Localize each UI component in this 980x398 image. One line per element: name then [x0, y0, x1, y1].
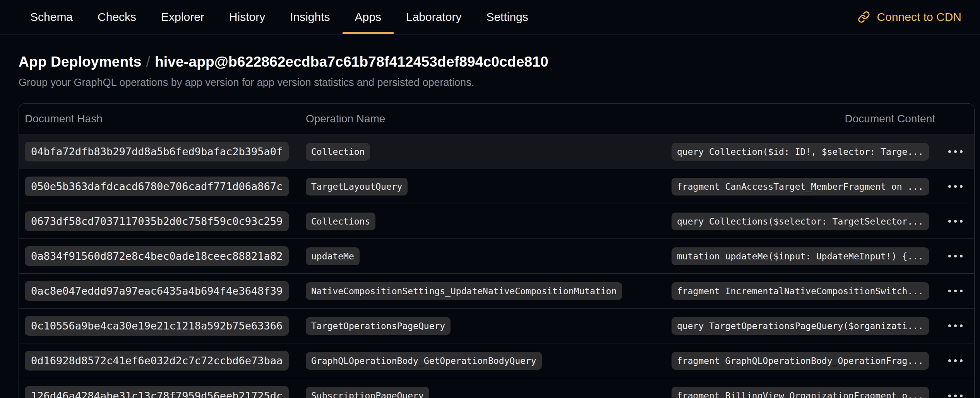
table-row[interactable]: 050e5b363dafdcacd6780e706cadf771d06a867c…	[19, 169, 974, 204]
tab-apps[interactable]: Apps	[343, 0, 394, 34]
table-header: Document Hash Operation Name Document Co…	[19, 104, 974, 134]
document-content-chip: query TargetOperationsPageQuery($organiz…	[672, 317, 929, 335]
document-hash-chip: 126d46a4284abe31c13c78f7959d56eeb21725dc	[25, 386, 289, 398]
link-icon	[858, 11, 870, 23]
table-row[interactable]: 0ac8e047eddd97a97eac6435a4b694f4e3648f39…	[19, 274, 974, 309]
document-hash-chip: 0673df58cd7037117035b2d0c758f59c0c93c259	[25, 211, 289, 231]
row-menu-button[interactable]	[944, 180, 966, 193]
ellipsis-icon	[948, 395, 963, 397]
row-menu-button[interactable]	[944, 284, 966, 298]
table-row[interactable]: 0673df58cd7037117035b2d0c758f59c0c93c259…	[19, 204, 974, 239]
column-header-operation-name: Operation Name	[300, 113, 666, 125]
breadcrumb-separator: /	[146, 54, 150, 70]
top-nav: Schema Checks Explorer History Insights …	[0, 0, 980, 34]
operation-name-chip: GraphQLOperationBody_GetOperationBodyQue…	[306, 352, 542, 370]
document-hash-chip: 0d16928d8572c41ef6e032d2c7c72ccbd6e73baa	[25, 351, 289, 371]
connect-to-cdn-link[interactable]: Connect to CDN	[858, 0, 961, 34]
main-content: App Deployments/hive-app@b622862ecdba7c6…	[0, 54, 980, 398]
tab-history[interactable]: History	[217, 0, 278, 34]
row-menu-button[interactable]	[944, 145, 966, 158]
table-row[interactable]: 04bfa72dfb83b297dd8a5b6fed9bafac2b395a0f…	[19, 134, 974, 169]
operation-name-chip: SubscriptionPageQuery	[306, 387, 429, 398]
document-hash-chip: 0c10556a9be4ca30e19e21c1218a592b75e63366	[25, 316, 289, 336]
document-hash-chip: 0ac8e047eddd97a97eac6435a4b694f4e3648f39	[25, 281, 289, 301]
document-content-chip: fragment BillingView_OrganizationFragmen…	[672, 387, 929, 398]
cdn-link-label: Connect to CDN	[877, 10, 961, 24]
document-hash-chip: 050e5b363dafdcacd6780e706cadf771d06a867c	[25, 177, 289, 196]
document-content-chip: fragment IncrementalNativeCompositionSwi…	[672, 282, 929, 300]
page-title: App Deployments/hive-app@b622862ecdba7c6…	[19, 54, 980, 70]
table-body: 04bfa72dfb83b297dd8a5b6fed9bafac2b395a0f…	[19, 134, 974, 398]
ellipsis-icon	[948, 359, 963, 362]
row-menu-button[interactable]	[944, 389, 966, 398]
column-header-document-hash: Document Hash	[19, 113, 300, 125]
document-hash-chip: 04bfa72dfb83b297dd8a5b6fed9bafac2b395a0f	[25, 142, 289, 161]
tab-settings[interactable]: Settings	[474, 0, 540, 34]
operation-name-chip: Collection	[306, 143, 370, 161]
document-content-chip: mutation updateMe($input: UpdateMeInput!…	[672, 247, 929, 265]
tab-explorer[interactable]: Explorer	[149, 0, 217, 34]
operation-name-chip: TargetLayoutQuery	[306, 178, 408, 196]
operation-name-chip: Collections	[306, 213, 375, 230]
table-row[interactable]: 126d46a4284abe31c13c78f7959d56eeb21725dc…	[19, 378, 974, 398]
document-content-chip: fragment GraphQLOperationBody_OperationF…	[672, 352, 929, 370]
page-subtitle: Group your GraphQL operations by app ver…	[19, 77, 980, 89]
tab-laboratory[interactable]: Laboratory	[394, 0, 474, 34]
row-menu-button[interactable]	[944, 214, 966, 228]
operation-name-chip: TargetOperationsPageQuery	[306, 317, 451, 335]
ellipsis-icon	[948, 150, 963, 153]
breadcrumb-root: App Deployments	[19, 54, 142, 70]
tab-insights[interactable]: Insights	[278, 0, 342, 34]
operation-name-chip: NativeCompositionSettings_UpdateNativeCo…	[306, 282, 622, 300]
nav-tabs: Schema Checks Explorer History Insights …	[18, 0, 541, 34]
tab-checks[interactable]: Checks	[85, 0, 149, 34]
breadcrumb-app: hive-app@b622862ecdba7c61b78f412453def89…	[155, 54, 548, 70]
document-content-chip: query Collections($selector: TargetSelec…	[672, 213, 929, 230]
ellipsis-icon	[948, 255, 963, 257]
row-menu-button[interactable]	[944, 319, 966, 333]
operation-name-chip: updateMe	[306, 247, 360, 265]
row-menu-button[interactable]	[944, 354, 966, 367]
row-menu-button[interactable]	[944, 249, 966, 263]
table-row[interactable]: 0d16928d8572c41ef6e032d2c7c72ccbd6e73baa…	[19, 343, 974, 378]
table-row[interactable]: 0c10556a9be4ca30e19e21c1218a592b75e63366…	[19, 309, 974, 343]
ellipsis-icon	[948, 220, 963, 223]
ellipsis-icon	[948, 324, 963, 327]
document-content-chip: query Collection($id: ID!, $selector: Ta…	[672, 143, 929, 161]
app-deployments-table: Document Hash Operation Name Document Co…	[19, 103, 975, 398]
ellipsis-icon	[948, 290, 963, 292]
tab-schema[interactable]: Schema	[18, 0, 85, 34]
ellipsis-icon	[948, 185, 963, 188]
table-row[interactable]: 0a834f91560d872e8c4bec0ade18ceec88821a82…	[19, 239, 974, 274]
document-hash-chip: 0a834f91560d872e8c4bec0ade18ceec88821a82	[25, 246, 289, 266]
document-content-chip: fragment CanAccessTarget_MemberFragment …	[672, 178, 929, 196]
column-header-document-content: Document Content	[666, 113, 937, 125]
